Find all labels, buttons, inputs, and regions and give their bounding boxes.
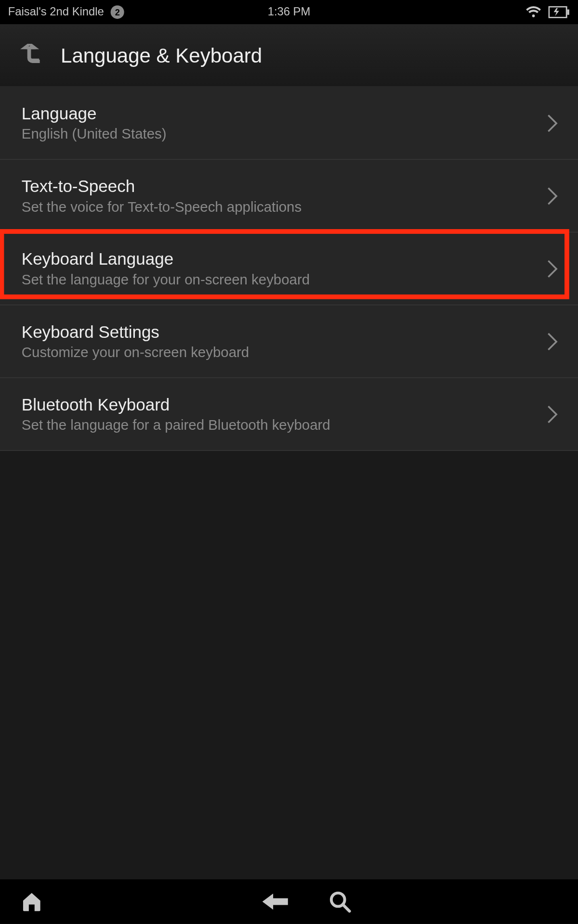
settings-item-text-to-speech[interactable]: Text-to-SpeechSet the voice for Text-to-… xyxy=(0,160,578,232)
battery-charging-icon xyxy=(548,6,570,18)
item-subtitle: Set the language for a paired Bluetooth … xyxy=(22,417,547,434)
page-header: Language & Keyboard xyxy=(0,25,578,87)
item-subtitle: Set the voice for Text-to-Speech applica… xyxy=(22,199,547,215)
status-bar: Faisal's 2nd Kindle 2 1:36 PM xyxy=(0,0,578,25)
search-button[interactable] xyxy=(328,890,352,913)
item-subtitle: English (United States) xyxy=(22,126,547,142)
item-title: Language xyxy=(22,104,547,124)
chevron-right-icon xyxy=(547,405,558,424)
settings-list: LanguageEnglish (United States)Text-to-S… xyxy=(0,87,578,451)
settings-item-bluetooth-keyboard[interactable]: Bluetooth KeyboardSet the language for a… xyxy=(0,378,578,451)
chevron-right-icon xyxy=(547,114,558,132)
notification-count: 2 xyxy=(115,7,120,17)
home-button[interactable] xyxy=(20,890,43,913)
settings-item-language[interactable]: LanguageEnglish (United States) xyxy=(0,87,578,160)
clock: 1:36 PM xyxy=(268,5,311,19)
item-subtitle: Customize your on-screen keyboard xyxy=(22,345,547,361)
chevron-right-icon xyxy=(547,186,558,205)
chevron-right-icon xyxy=(547,332,558,351)
svg-rect-1 xyxy=(567,10,569,15)
item-subtitle: Set the language for your on-screen keyb… xyxy=(22,271,547,288)
wifi-icon xyxy=(525,6,542,18)
svg-line-3 xyxy=(343,904,350,911)
page-title: Language & Keyboard xyxy=(61,44,262,67)
device-name: Faisal's 2nd Kindle xyxy=(8,5,104,19)
back-up-icon[interactable] xyxy=(20,43,42,67)
chevron-right-icon xyxy=(547,259,558,278)
bottom-nav xyxy=(0,879,578,924)
notification-badge[interactable]: 2 xyxy=(111,5,124,19)
back-button[interactable] xyxy=(263,892,288,911)
settings-item-keyboard-settings[interactable]: Keyboard SettingsCustomize your on-scree… xyxy=(0,305,578,378)
item-title: Text-to-Speech xyxy=(22,177,547,196)
item-title: Keyboard Language xyxy=(22,249,547,269)
settings-item-keyboard-language[interactable]: Keyboard LanguageSet the language for yo… xyxy=(0,232,578,305)
item-title: Keyboard Settings xyxy=(22,322,547,342)
item-title: Bluetooth Keyboard xyxy=(22,395,547,415)
